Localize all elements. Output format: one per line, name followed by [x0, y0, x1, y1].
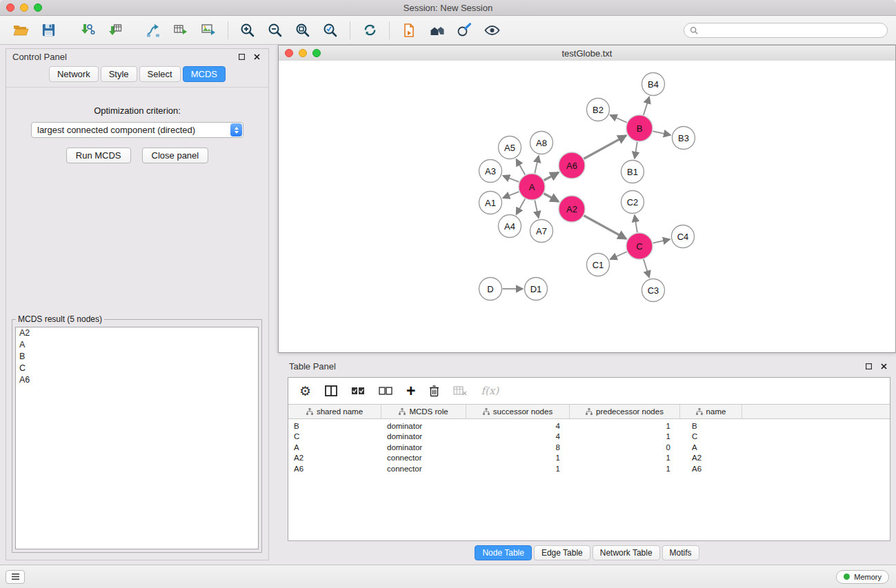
graph-node-B3[interactable]: B3 — [673, 127, 695, 150]
table-row[interactable]: A6connector11A6 — [288, 463, 890, 474]
result-item[interactable]: A6 — [16, 374, 258, 386]
graph-edge-C-C3[interactable] — [644, 259, 649, 277]
table-cell[interactable]: A6 — [680, 465, 742, 473]
network-minimize-icon[interactable] — [299, 49, 307, 57]
graph-node-A5[interactable]: A5 — [499, 136, 521, 159]
network-maximize-icon[interactable] — [312, 49, 321, 57]
column-header-MCDS-role[interactable]: MCDS role — [381, 405, 466, 418]
graph-edge-C-C1[interactable] — [610, 252, 627, 259]
close-window-icon[interactable] — [6, 3, 14, 12]
open-session-button[interactable] — [7, 19, 34, 42]
graph-node-A7[interactable]: A7 — [530, 220, 553, 243]
graph-edge-A-A7[interactable] — [535, 201, 539, 218]
graph-node-C[interactable]: C — [626, 233, 653, 259]
apply-style-button[interactable] — [450, 19, 478, 42]
export-table-button[interactable] — [167, 19, 195, 42]
graph-edge-A-A3[interactable] — [503, 176, 519, 182]
table-cell[interactable]: dominator — [381, 432, 466, 440]
maximize-window-icon[interactable] — [34, 3, 42, 12]
result-item[interactable]: C — [16, 363, 258, 374]
table-cell[interactable]: 4 — [466, 422, 570, 430]
tab-node-table[interactable]: Node Table — [475, 545, 532, 560]
table-cell[interactable]: 4 — [466, 432, 570, 440]
graph-edge-A-A8[interactable] — [535, 156, 539, 173]
table-cell[interactable]: 1 — [570, 465, 680, 473]
memory-button[interactable]: Memory — [836, 570, 889, 584]
tab-style[interactable]: Style — [101, 66, 137, 82]
graph-node-C3[interactable]: C3 — [642, 279, 665, 302]
table-cell[interactable]: A2 — [288, 454, 381, 462]
table-cell[interactable]: 1 — [570, 454, 680, 462]
graph-node-A2[interactable]: A2 — [559, 196, 585, 222]
graph-edge-C-C2[interactable] — [635, 215, 637, 232]
table-cell[interactable]: A6 — [288, 465, 381, 473]
graph-node-B1[interactable]: B1 — [621, 161, 644, 183]
tab-mcds[interactable]: MCDS — [183, 66, 226, 82]
table-cell[interactable]: B — [680, 422, 742, 430]
graph-node-D[interactable]: D — [479, 278, 502, 301]
graph-node-A6[interactable]: A6 — [559, 152, 585, 179]
result-item[interactable]: B — [16, 351, 258, 363]
graph-node-A4[interactable]: A4 — [499, 215, 521, 238]
network-canvas[interactable]: B4B2BB3A5A8A6A3B1AA1C2A2A4A7CC4C1C3DD1 — [279, 61, 895, 352]
delete-column-button[interactable] — [429, 383, 439, 399]
function-builder-button[interactable]: f(x) — [481, 383, 499, 399]
zoom-in-button[interactable] — [234, 19, 261, 42]
graph-node-A8[interactable]: A8 — [530, 132, 553, 154]
graph-edge-A6-B[interactable] — [584, 136, 626, 159]
optimization-criterion-select[interactable]: largest connected component (directed) — [31, 122, 243, 138]
save-session-button[interactable] — [34, 19, 62, 42]
tab-select[interactable]: Select — [139, 66, 181, 82]
graph-node-C4[interactable]: C4 — [672, 225, 695, 248]
table-cell[interactable]: 1 — [570, 422, 680, 430]
graph-node-B2[interactable]: B2 — [587, 99, 610, 121]
graph-edge-C-C4[interactable] — [653, 239, 670, 243]
graph-node-B[interactable]: B — [626, 115, 653, 141]
table-cell[interactable]: B — [288, 422, 381, 430]
table-cell[interactable]: dominator — [381, 422, 466, 430]
graph-edge-A2-C[interactable] — [584, 216, 626, 239]
import-network-file-button[interactable] — [73, 19, 101, 42]
delete-table-button[interactable] — [453, 383, 467, 399]
graph-edge-A-A4[interactable] — [517, 199, 526, 214]
graph-edge-B-B4[interactable] — [644, 97, 649, 115]
table-row[interactable]: Adominator80A — [288, 442, 890, 453]
table-float-panel-icon[interactable] — [864, 361, 874, 372]
deselect-all-button[interactable] — [379, 383, 392, 399]
mcds-result-list[interactable]: A2ABCA6 — [15, 327, 259, 549]
graph-edge-A-A6[interactable] — [544, 172, 559, 180]
table-cell[interactable]: 1 — [466, 454, 570, 462]
show-graphics-button[interactable] — [478, 19, 506, 42]
table-close-panel-icon[interactable] — [879, 361, 889, 372]
zoom-fit-button[interactable] — [289, 19, 317, 42]
graph-node-D1[interactable]: D1 — [525, 278, 548, 301]
home-button[interactable] — [423, 19, 450, 42]
close-panel-icon[interactable] — [252, 52, 262, 62]
network-document-button[interactable] — [395, 19, 423, 42]
import-table-file-button[interactable] — [101, 19, 128, 42]
table-cell[interactable]: 1 — [570, 432, 680, 440]
tab-network[interactable]: Network — [49, 66, 99, 82]
export-image-button[interactable] — [195, 19, 222, 42]
add-column-button[interactable]: + — [406, 383, 415, 399]
table-settings-button[interactable]: ⚙ — [299, 383, 311, 399]
graph-edge-B-B3[interactable] — [653, 131, 670, 135]
task-history-button[interactable] — [6, 570, 25, 584]
column-header-successor-nodes[interactable]: successor nodes — [466, 405, 570, 418]
network-graph[interactable]: B4B2BB3A5A8A6A3B1AA1C2A2A4A7CC4C1C3DD1 — [279, 61, 895, 352]
table-cell[interactable]: A — [680, 443, 742, 452]
table-cell[interactable]: 8 — [466, 443, 570, 452]
search-input[interactable] — [701, 25, 882, 36]
show-columns-button[interactable] — [325, 383, 337, 399]
tab-edge-table[interactable]: Edge Table — [534, 545, 590, 560]
column-header-shared-name[interactable]: shared name — [288, 405, 381, 418]
table-cell[interactable]: A2 — [680, 454, 742, 462]
table-row[interactable]: Bdominator41B — [288, 420, 890, 432]
network-window-titlebar[interactable]: testGlobe.txt — [279, 45, 895, 61]
result-item[interactable]: A — [16, 339, 258, 351]
refresh-button[interactable] — [356, 19, 384, 42]
result-item[interactable]: A2 — [16, 327, 258, 339]
graph-edge-A-A2[interactable] — [544, 194, 559, 202]
graph-node-A[interactable]: A — [519, 174, 545, 200]
graph-edge-B-B1[interactable] — [635, 142, 637, 159]
